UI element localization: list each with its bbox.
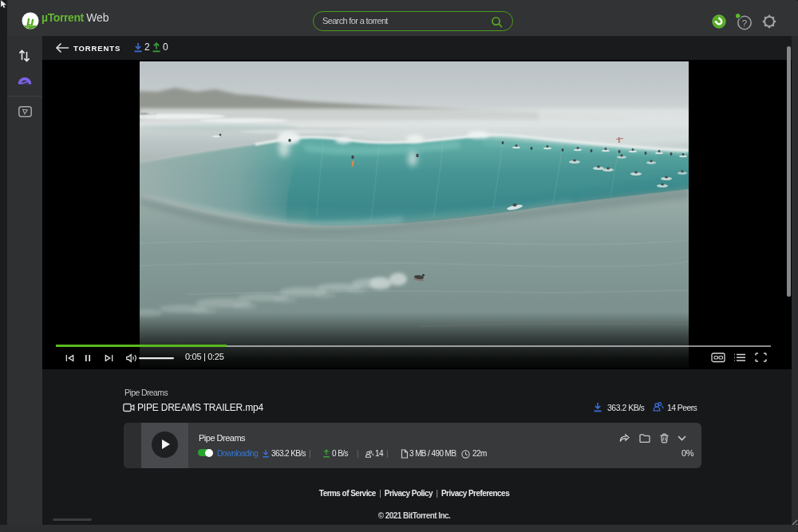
svg-text:?: ? bbox=[742, 18, 747, 28]
